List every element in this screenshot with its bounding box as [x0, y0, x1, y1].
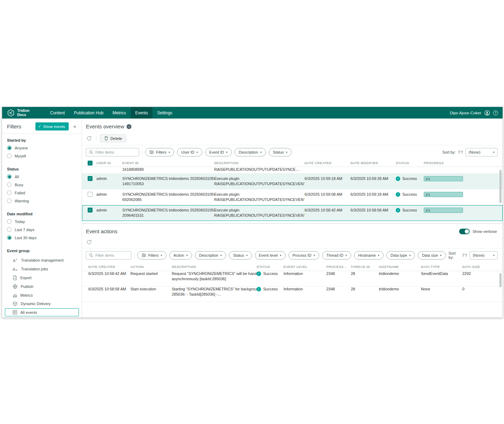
sidebar-item-publish[interactable]: Publish	[10, 282, 79, 291]
description-pill[interactable]: Description▾	[234, 148, 266, 156]
action-pill[interactable]: Action▾	[169, 251, 192, 260]
select-all-checkbox[interactable]: –	[88, 161, 93, 166]
vertical-scrollbar[interactable]	[499, 273, 502, 287]
sidebar-item-translation-management[interactable]: Ax Translation management	[10, 256, 79, 264]
column-header[interactable]: EVENT LEVEL	[284, 265, 326, 269]
sidebar-item-metrics[interactable]: Metrics	[10, 291, 79, 299]
column-header[interactable]: THREAD ID	[351, 265, 379, 269]
radio-anyone[interactable]: Anyone	[7, 146, 77, 150]
column-header[interactable]: ACTION	[130, 265, 172, 269]
event-group-section: Event group Ax Translation management Aa…	[2, 244, 82, 317]
radio-myself[interactable]: Myself	[7, 154, 77, 158]
thread-id-pill[interactable]: Thread ID▾	[322, 251, 351, 260]
chevron-down-icon: ▾	[169, 151, 170, 154]
table-row-partial[interactable]: 1618808989 RAISEPUBLICATIONOUTPUTUPDATES…	[82, 167, 503, 174]
column-header[interactable]: DATA TYPE	[421, 265, 462, 269]
chevron-down-icon: ▾	[346, 254, 347, 257]
radio-last-30-days[interactable]: Last 30 days	[7, 235, 77, 240]
show-events-button[interactable]: ✓ Show events	[35, 122, 69, 130]
info-icon[interactable]: i	[127, 124, 131, 129]
radio-icon	[7, 227, 12, 232]
column-header[interactable]: PROCESS ID	[326, 265, 351, 269]
row-checkbox[interactable]: ✓	[88, 208, 93, 213]
event-id-pill[interactable]: Event ID▾	[205, 148, 232, 156]
refresh-button[interactable]	[86, 239, 93, 245]
sidebar-item-dynamic-delivery[interactable]: Dynamic Delivery	[10, 300, 79, 308]
chevron-down-icon: ▾	[409, 254, 410, 257]
cell-hostname: tridiondemo	[379, 271, 421, 276]
table-row[interactable]: ✓ admin SYNCHRONIZEMETRICS tridiondemo 2…	[82, 174, 503, 189]
sidebar-item-export[interactable]: Export	[10, 274, 79, 282]
column-header[interactable]: DATE CREATED	[88, 265, 130, 269]
column-header[interactable]: DATA SIZE	[462, 265, 494, 269]
data-type-pill[interactable]: Data type▾	[386, 251, 415, 260]
cell-description: Execute pluginRAISEPUBLICATIONOUTPUTUPDA…	[214, 208, 305, 218]
actions-filter-row: Filters ▾ Action▾ Description▾ Status▾ E…	[82, 248, 503, 262]
show-verbose-toggle[interactable]	[459, 229, 470, 234]
radio-all[interactable]: All	[7, 174, 77, 179]
search-input[interactable]	[95, 253, 128, 257]
overview-search[interactable]	[86, 148, 139, 156]
cell-data-type: None	[421, 287, 462, 292]
event-level-pill[interactable]: Event level▾	[255, 251, 286, 260]
sort-order-icon[interactable]	[462, 253, 467, 257]
radio-last-7-days[interactable]: Last 7 days	[7, 227, 77, 232]
table-row[interactable]: 6/3/2025 10:58:58 AM Start execution Sta…	[82, 287, 503, 302]
column-header[interactable]: HOSTNAME	[379, 265, 421, 269]
success-icon: ✓	[396, 208, 400, 213]
column-header[interactable]: DATE CREATED	[305, 161, 350, 165]
column-header[interactable]: USER ID	[96, 161, 122, 165]
user-id-pill[interactable]: User ID▾	[177, 148, 202, 156]
nav-item-settings[interactable]: Settings	[152, 107, 177, 119]
show-verbose-label: Show verbose	[472, 229, 497, 234]
sliders-icon	[142, 253, 146, 257]
filters-pill[interactable]: Filters ▾	[137, 251, 166, 260]
status-pill[interactable]: Status▾	[229, 251, 252, 260]
cell-event-id: SYNCHRONIZEMETRICS tridiondemo 202506031…	[122, 192, 214, 202]
sort-order-icon[interactable]	[458, 150, 463, 154]
table-row[interactable]: admin SYNCHRONIZEMETRICS tridiondemo 202…	[82, 221, 503, 223]
nav-item-content[interactable]: Content	[46, 107, 69, 119]
hostname-pill[interactable]: Hostname▾	[354, 251, 383, 260]
nav-item-metrics[interactable]: Metrics	[108, 107, 131, 119]
description-pill[interactable]: Description▾	[195, 251, 226, 260]
row-checkbox[interactable]: ✓	[88, 176, 93, 181]
brand-home-link[interactable]: Tridion Docs	[2, 107, 34, 119]
help-icon[interactable]: ?	[493, 110, 498, 115]
column-header[interactable]: STATUS	[396, 161, 424, 165]
refresh-button[interactable]	[86, 135, 93, 142]
radio-warning[interactable]: Warning	[7, 198, 77, 203]
radio-failed[interactable]: Failed	[7, 190, 77, 195]
sort-select[interactable]: (None) ▾	[470, 251, 498, 260]
actions-search[interactable]	[86, 251, 131, 260]
status-pill[interactable]: Status▾	[269, 148, 292, 156]
nav-item-events[interactable]: Events	[131, 107, 153, 119]
cell-hostname: tridiondemo	[379, 287, 421, 292]
column-header[interactable]: STATUS	[257, 265, 284, 269]
delete-button[interactable]: Delete	[100, 134, 126, 142]
user-name[interactable]: Dipo Ajose-Coker	[450, 111, 481, 115]
radio-busy[interactable]: Busy	[7, 182, 77, 187]
vertical-scrollbar[interactable]	[499, 170, 502, 203]
collapse-sidebar-icon[interactable]: «	[72, 123, 77, 130]
avatar-icon[interactable]	[484, 110, 490, 116]
process-id-pill[interactable]: Process ID▾	[288, 251, 319, 260]
sort-select[interactable]: (None) ▾	[465, 148, 498, 156]
radio-today[interactable]: Today	[7, 219, 77, 224]
table-row[interactable]: ✓ admin SYNCHRONIZEMETRICS tridiondemo 2…	[82, 205, 503, 221]
column-header[interactable]: DESCRIPTION	[214, 161, 305, 165]
column-header[interactable]: PROGRESS	[424, 161, 494, 165]
sidebar-item-all-events[interactable]: All events	[5, 308, 79, 316]
sidebar-item-translation-jobs[interactable]: Aa Translation jobs	[10, 265, 79, 273]
divider	[134, 252, 135, 258]
table-row[interactable]: admin SYNCHRONIZEMETRICS tridiondemo 202…	[82, 189, 503, 205]
filters-pill[interactable]: Filters ▾	[145, 148, 174, 156]
column-header[interactable]: DESCRIPTION	[172, 265, 257, 269]
search-input[interactable]	[95, 150, 136, 154]
table-row[interactable]: 6/3/2025 10:58:42 AM Request started Req…	[82, 271, 503, 287]
column-header[interactable]: EVENT ID	[122, 161, 214, 165]
column-header[interactable]: DATE MODIFIED	[350, 161, 396, 165]
row-checkbox[interactable]	[88, 192, 93, 197]
nav-item-publication-hub[interactable]: Publication Hub	[69, 107, 108, 119]
data-size-pill[interactable]: Data size▾	[418, 251, 446, 260]
